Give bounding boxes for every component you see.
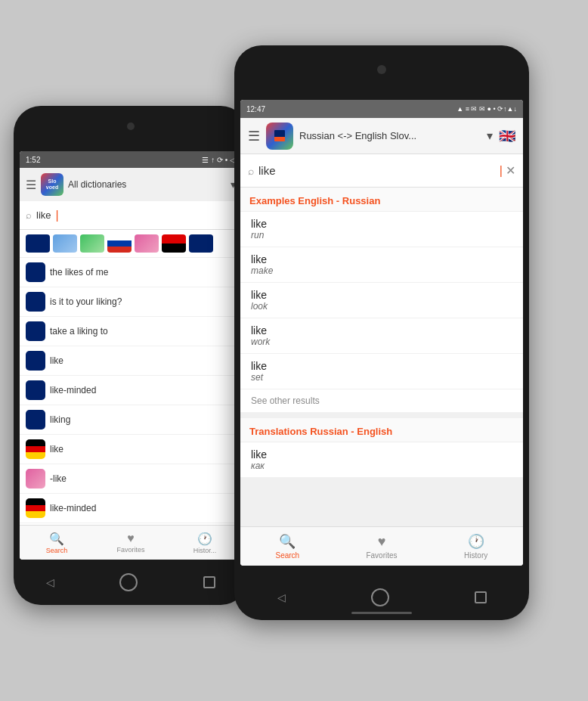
result-icon [26,262,45,282]
result-item[interactable]: like как [240,442,523,478]
flag-4[interactable] [107,234,132,253]
back-toolbar: ☰ Slovoed All dictionaries ▾ [20,168,242,201]
camera-dot [127,123,135,130]
history-nav-label: History [464,551,487,560]
result-item[interactable]: like work [240,318,523,354]
menu-icon[interactable]: ☰ [26,178,36,192]
result-item[interactable]: like [20,435,242,464]
flag-7[interactable] [189,234,213,253]
home-button[interactable] [371,588,389,606]
content-area: Examples English - Russian like run like… [240,188,523,526]
nav-history[interactable]: 🕐 History [429,527,523,566]
recents-button[interactable] [203,576,215,588]
app-icon: Slovoed [41,173,63,196]
results-list: the likes of me is it to your liking? ta… [20,258,242,526]
back-button[interactable]: ◁ [46,576,54,588]
nav-favorites[interactable]: ♥ Favorites [335,527,429,566]
result-word: like [251,218,512,230]
history-nav-label: Histor... [193,547,217,554]
result-text: like-minded [50,385,96,395]
search-nav-label: Search [46,547,68,554]
result-text: like [50,444,63,454]
result-text: liking [50,414,70,425]
front-bottom-nav: 🔍 Search ♥ Favorites 🕐 History [240,526,523,566]
result-translation: look [251,301,512,312]
status-icons: ▲ ≡ ✉ ✉ ● • ⟳↑▲↓ [456,105,517,113]
text-cursor: | [500,164,503,178]
search-text: like [36,209,51,221]
result-text: like-minded [50,503,96,513]
close-button[interactable]: ✕ [506,163,515,178]
front-toolbar: ☰ Russian <-> English Slov... ▾ 🇬🇧 [240,118,523,154]
favorites-nav-icon: ♥ [378,534,386,550]
result-icon [26,410,45,430]
result-item[interactable]: like-minded [20,376,242,405]
result-icon [26,498,45,518]
history-nav-icon: 🕐 [468,533,484,550]
flag-uk[interactable] [26,234,50,253]
result-item[interactable]: take a liking to [20,317,242,346]
nav-history[interactable]: 🕐 Histor... [168,526,242,560]
section-header-translations: Translations Russian - English [240,418,523,442]
result-text: like [50,355,63,366]
search-value: like [258,164,500,177]
front-phone-screen: 12:47 ▲ ≡ ✉ ✉ ● • ⟳↑▲↓ ☰ Russian <-> Eng… [240,100,523,566]
menu-icon[interactable]: ☰ [248,128,260,144]
history-nav-icon: 🕐 [197,532,212,546]
result-item[interactable]: like make [240,247,523,283]
result-translation: make [251,265,512,276]
back-phone: 1:52 ☰ ↑ ⟳ • ◁ ☰ Slovoed All dictionarie… [14,106,248,605]
result-icon [26,351,45,371]
result-word: like [251,360,512,372]
flag-2[interactable] [53,234,77,253]
status-bar: 1:52 ☰ ↑ ⟳ • ◁ [20,151,242,168]
result-icon [26,469,45,489]
nav-indicator [351,612,412,614]
back-phone-screen: 1:52 ☰ ↑ ⟳ • ◁ ☰ Slovoed All dictionarie… [20,151,242,560]
recents-button[interactable] [475,591,487,603]
result-item[interactable]: like look [240,283,523,318]
result-item[interactable]: -like [20,464,242,494]
nav-search[interactable]: 🔍 Search [20,526,94,560]
time: 12:47 [246,105,265,113]
result-icon [26,292,45,312]
camera-dot [377,65,386,74]
flag-3[interactable] [80,234,104,253]
result-item[interactable]: like run [240,212,523,247]
flag-5[interactable] [135,234,159,253]
result-icon [26,321,45,341]
flag-icon[interactable]: 🇬🇧 [499,128,515,144]
toolbar-title: All dictionaries [68,179,226,190]
back-button[interactable]: ◁ [277,591,286,603]
result-item[interactable]: the likes of me [20,258,242,287]
status-icons: ☰ ↑ ⟳ • ◁ [202,156,236,164]
cursor: | [56,209,59,222]
nav-search[interactable]: 🔍 Search [240,527,335,566]
see-other-results[interactable]: See other results [240,389,523,412]
nav-favorites[interactable]: ♥ Favorites [94,526,168,560]
time: 1:52 [26,156,40,164]
result-item[interactable]: liking [20,405,242,435]
examples-section: Examples English - Russian like run like… [240,188,523,412]
back-bottom-nav: 🔍 Search ♥ Favorites 🕐 Histor... [20,525,242,560]
favorites-nav-icon: ♥ [127,532,135,545]
home-button[interactable] [119,573,138,591]
result-word: like [251,324,512,337]
section-header-examples: Examples English - Russian [240,188,523,212]
front-phone: 12:47 ▲ ≡ ✉ ✉ ● • ⟳↑▲↓ ☰ Russian <-> Eng… [234,45,529,620]
flag-row [20,230,242,258]
result-text: is it to your liking? [50,296,122,307]
search-nav-label: Search [275,551,299,560]
result-item[interactable]: like-minded [20,494,242,523]
flag-6[interactable] [162,234,186,253]
result-word: like [251,289,512,301]
search-nav-icon: 🔍 [49,532,64,546]
app-icon [266,123,293,150]
result-item[interactable]: like [20,346,242,376]
search-icon: ⌕ [26,209,32,221]
dropdown-icon[interactable]: ▾ [487,129,493,143]
result-item[interactable]: is it to your liking? [20,287,242,317]
back-search-bar[interactable]: ⌕ like | [20,201,242,230]
front-search-bar[interactable]: ⌕ like | ✕ [240,154,523,188]
result-item[interactable]: like set [240,354,523,389]
